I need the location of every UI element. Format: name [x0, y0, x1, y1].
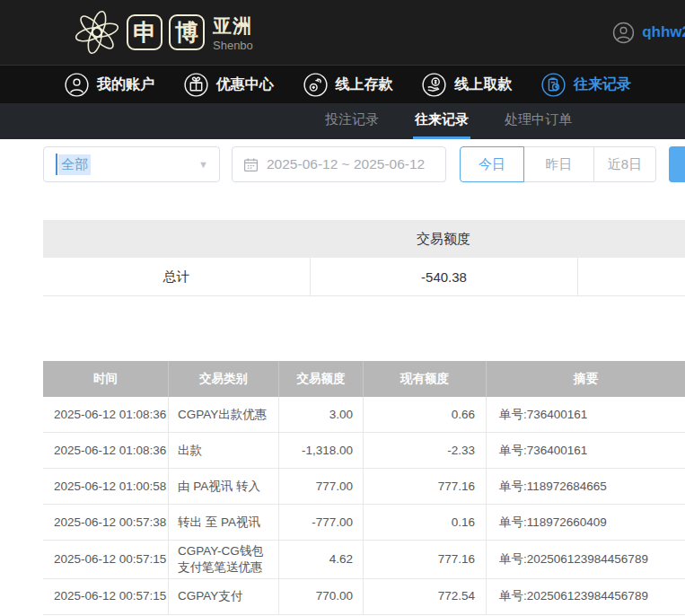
cell-memo: 单号:736400161: [487, 433, 685, 468]
user-avatar-icon: [612, 22, 635, 44]
cell-memo: 单号:118972684665: [487, 469, 685, 504]
filter-row: 全部 ▼ 2025-06-12 ~ 2025-06-12 今日 昨日 近8日: [43, 146, 685, 182]
cell-type: CGPAY出款优惠: [169, 397, 279, 432]
cell-amount: 3.00: [279, 397, 364, 432]
nav-item-promotions[interactable]: 优惠中心: [184, 73, 274, 97]
nav-label: 优惠中心: [216, 75, 274, 94]
logo-region: 亚洲: [213, 13, 253, 39]
calendar-icon: [243, 157, 259, 172]
transactions-table: 时间 交易类别 交易额度 现有额度 摘要 2025-06-12 01:08:36…: [43, 361, 685, 615]
tab-bet-records[interactable]: 投注记录: [323, 103, 381, 139]
summary-table: 交易额度 总计 -540.38: [43, 220, 685, 296]
cell-type: CGPAY-CG钱包支付笔笔送优惠: [169, 541, 279, 578]
table-row: 2025-06-12 01:08:36 CGPAY出款优惠 3.00 0.66 …: [43, 397, 685, 433]
main-nav: 我的账户 优惠中心 线上存款 线上取款: [0, 65, 685, 103]
cell-type: 转出 至 PA视讯: [169, 505, 279, 540]
username[interactable]: qhhw2: [642, 23, 685, 41]
today-button[interactable]: 今日: [460, 146, 524, 182]
cell-time: 2025-06-12 00:57:15: [43, 541, 169, 578]
summary-header-label: 交易额度: [310, 231, 577, 248]
tab-pending-orders[interactable]: 处理中订单: [503, 103, 574, 139]
top-header: 申 博 亚洲 Shenbo qhhw2: [0, 0, 685, 65]
deposit-icon: [303, 73, 328, 97]
cell-time: 2025-06-12 00:57:38: [43, 505, 169, 540]
cell-balance: -2.33: [364, 433, 487, 468]
logo-char-bo: 博: [169, 14, 205, 50]
gift-icon: [184, 73, 208, 97]
cell-amount: -1,318.00: [279, 433, 364, 468]
nav-label: 我的账户: [97, 75, 154, 94]
table-row: 2025-06-12 00:57:15 CGPAY-CG钱包支付笔笔送优惠 4.…: [43, 541, 685, 579]
summary-header-row: 交易额度: [43, 220, 685, 258]
cell-amount: 777.00: [279, 469, 364, 504]
nav-label: 线上取款: [454, 75, 512, 94]
cell-time: 2025-06-12 01:08:36: [43, 397, 169, 432]
nav-item-transaction-records[interactable]: 往来记录: [541, 73, 631, 97]
date-range-value: 2025-06-12 ~ 2025-06-12: [267, 156, 425, 172]
last-8-days-button[interactable]: 近8日: [593, 146, 656, 182]
table-row: 2025-06-12 01:00:58 由 PA视讯 转入 777.00 777…: [43, 469, 685, 505]
yesterday-button[interactable]: 昨日: [523, 146, 594, 182]
table-row: 2025-06-12 00:57:38 转出 至 PA视讯 -777.00 0.…: [43, 505, 685, 541]
cell-balance: 0.16: [364, 505, 487, 540]
nav-label: 线上存款: [336, 75, 393, 94]
cell-memo: 单号:202506123984456789: [487, 541, 685, 578]
cell-memo: 单号:736400161: [487, 397, 685, 432]
column-header-memo: 摘要: [487, 361, 685, 397]
cell-amount: 4.62: [279, 541, 364, 578]
cell-type: 出款: [169, 433, 279, 468]
flower-logo-icon: [74, 9, 120, 56]
date-range-input[interactable]: 2025-06-12 ~ 2025-06-12: [232, 146, 446, 182]
cell-memo: 单号:118972660409: [487, 505, 685, 540]
column-header-amount: 交易额度: [279, 361, 364, 397]
logo[interactable]: 申 博 亚洲 Shenbo: [74, 9, 253, 56]
summary-total-label: 总计: [43, 258, 310, 295]
text-caret: [56, 154, 57, 175]
column-header-time: 时间: [43, 361, 169, 397]
cell-balance: 0.66: [364, 397, 487, 432]
nav-item-withdraw[interactable]: 线上取款: [422, 73, 512, 97]
cell-balance: 777.16: [364, 541, 487, 578]
summary-total-row: 总计 -540.38: [43, 258, 685, 296]
nav-item-my-account[interactable]: 我的账户: [65, 73, 154, 97]
summary-total-value: -540.38: [310, 258, 577, 295]
cell-balance: 777.16: [364, 469, 487, 504]
type-select[interactable]: 全部 ▼: [43, 146, 220, 182]
user-icon: [65, 73, 89, 97]
tab-transaction-records[interactable]: 往来记录: [413, 103, 470, 139]
table-row: 2025-06-12 00:57:15 CGPAY支付 770.00 772.5…: [43, 579, 685, 615]
withdraw-icon: [422, 73, 446, 97]
cell-balance: 772.54: [364, 579, 487, 614]
logo-subtitle: Shenbo: [213, 39, 253, 52]
chevron-down-icon: ▼: [198, 159, 208, 170]
cell-amount: 770.00: [279, 579, 364, 614]
sub-nav: 投注记录 往来记录 处理中订单: [0, 103, 685, 139]
nav-item-deposit[interactable]: 线上存款: [303, 73, 393, 97]
cell-time: 2025-06-12 01:08:36: [43, 433, 169, 468]
records-icon: [541, 73, 566, 97]
nav-label: 往来记录: [574, 75, 631, 94]
cell-time: 2025-06-12 01:00:58: [43, 469, 169, 504]
user-account[interactable]: qhhw2: [612, 0, 685, 65]
search-button[interactable]: [669, 146, 685, 182]
quick-date-buttons: 今日 昨日 近8日: [460, 146, 656, 182]
type-select-value: 全部: [58, 154, 91, 175]
table-header-row: 时间 交易类别 交易额度 现有额度 摘要: [43, 361, 685, 397]
logo-char-shen: 申: [127, 14, 162, 50]
table-row: 2025-06-12 01:08:36 出款 -1,318.00 -2.33 单…: [43, 433, 685, 469]
table-body: 2025-06-12 01:08:36 CGPAY出款优惠 3.00 0.66 …: [43, 397, 685, 615]
cell-type: CGPAY支付: [169, 579, 279, 614]
cell-time: 2025-06-12 00:57:15: [43, 579, 169, 614]
column-header-type: 交易类别: [169, 361, 279, 397]
column-header-balance: 现有额度: [364, 361, 487, 397]
cell-amount: -777.00: [279, 505, 364, 540]
cell-type: 由 PA视讯 转入: [169, 469, 279, 504]
cell-memo: 单号:202506123984456789: [487, 579, 685, 614]
